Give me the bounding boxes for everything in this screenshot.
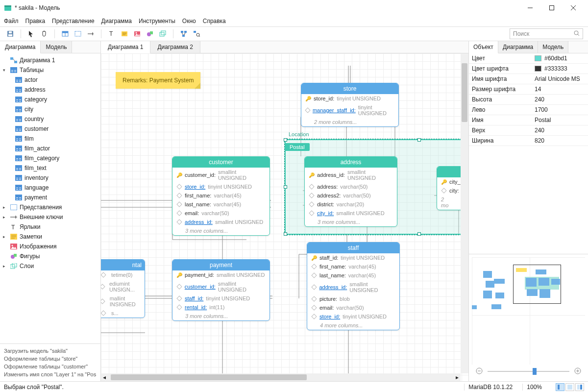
tree-table-item[interactable]: film_actor (0, 144, 100, 153)
tree-table-item[interactable]: film (0, 134, 100, 144)
table-column[interactable]: last_name: varchar(45) (172, 200, 270, 209)
more-columns[interactable]: 4 more columns... (307, 321, 399, 330)
property-row[interactable]: Цвет#60dbd1 (469, 53, 588, 64)
more-columns[interactable]: 3 more columns... (172, 312, 270, 320)
table-column[interactable]: email: varchar(50) (307, 303, 399, 312)
canvas-tab-2[interactable]: Диаграмма 2 (150, 41, 200, 53)
property-value[interactable]: 1700 (532, 105, 588, 115)
table-column[interactable]: 🔑customer_id: smallint UNSIGNED (172, 168, 270, 182)
property-value[interactable]: Arial Unicode MS (532, 74, 588, 84)
diagram-canvas[interactable]: Remarks: Payment System Location Postal (101, 53, 468, 381)
table-column[interactable]: s... (101, 309, 145, 318)
zoom-slider[interactable] (488, 371, 569, 372)
table-column[interactable]: district: varchar(20) (305, 200, 397, 209)
hand-tool[interactable] (39, 28, 49, 39)
table-column[interactable]: email: varchar(50) (172, 209, 270, 218)
shape-tool[interactable] (145, 28, 155, 39)
property-value[interactable]: Postal (532, 115, 588, 125)
view-mode-1[interactable] (556, 383, 564, 391)
tree-table-item[interactable]: category (0, 95, 100, 104)
table-column[interactable]: 🔑payment_id: smallint UNSIGNED (172, 270, 270, 279)
tree-layers[interactable]: ▸Слои (0, 261, 100, 271)
tree-diagram-root[interactable]: ▸ Диаграмма 1 (0, 55, 100, 65)
more-columns[interactable]: 3 more columns... (305, 218, 397, 226)
table-customer[interactable]: customer 🔑customer_id: smallint UNSIGNED… (172, 156, 270, 236)
zoom-out-button[interactable] (476, 368, 483, 376)
tree-table-item[interactable]: actor (0, 75, 100, 85)
property-value[interactable]: 820 (532, 136, 588, 146)
table-rental[interactable]: ntal tetime(0) ediumint UNSIGN... mallin… (101, 259, 145, 318)
menu-view[interactable]: Представление (52, 18, 95, 24)
menu-file[interactable]: Файл (4, 18, 19, 24)
diagram-note[interactable]: Remarks: Payment System (116, 72, 200, 89)
relation-tool[interactable] (85, 28, 96, 39)
table-column[interactable]: address_id: smallint UNSIGNED (172, 218, 270, 226)
pointer-tool[interactable] (26, 28, 37, 39)
table-tool[interactable] (60, 28, 71, 39)
history-item[interactable]: Изменить имя слоя "Layer 1" на "Pos (4, 370, 97, 378)
left-tab-diagram[interactable]: Диаграмма (0, 41, 41, 53)
tree-table-item[interactable]: address (0, 85, 100, 95)
menu-edit[interactable]: Правка (25, 18, 46, 24)
tree-images[interactable]: ▸Изображения (0, 242, 100, 251)
menu-diagram[interactable]: Диаграмма (101, 18, 132, 24)
tree-table-item[interactable]: customer (0, 124, 100, 134)
horizontal-scrollbar[interactable]: ◂▸ (101, 373, 461, 381)
table-column[interactable]: city_id: smallint UNSIGNED (305, 209, 397, 218)
right-tab-diagram[interactable]: Диаграмма (498, 41, 538, 53)
history-item[interactable]: Оформление таблицы "customer" (4, 363, 97, 370)
table-column[interactable]: address: varchar(50) (305, 182, 397, 191)
tree-table-item[interactable]: country (0, 114, 100, 124)
property-row[interactable]: Размер шрифта14 (469, 84, 588, 95)
table-column[interactable]: store_id: tinyint UNSIGNED (307, 312, 399, 321)
text-tool[interactable]: T (106, 28, 117, 39)
table-column[interactable]: first_name: varchar(45) (307, 262, 399, 271)
auto-layout-button[interactable] (178, 28, 189, 39)
search-input[interactable]: Поиск (510, 28, 583, 39)
more-columns[interactable]: 3 more columns... (172, 226, 270, 235)
table-column[interactable]: 🔑store_id: tinyint UNSIGNED (301, 94, 398, 103)
table-column[interactable]: store_id: tinyint UNSIGNED (172, 182, 270, 191)
table-column[interactable]: 🔑city_i (437, 177, 463, 186)
more-columns[interactable]: 2 mo (437, 195, 463, 210)
property-row[interactable]: Цвет шрифта#333333 (469, 64, 588, 74)
table-column[interactable]: address2: varchar(50) (305, 191, 397, 200)
canvas-tab-1[interactable]: Диаграмма 1 (101, 41, 150, 53)
table-column[interactable]: mallint INSIGNED (101, 294, 145, 309)
property-row[interactable]: Лево1700 (469, 105, 588, 115)
search-diagram-button[interactable] (191, 28, 202, 39)
more-columns[interactable]: 2 more columns... (301, 118, 398, 126)
left-tab-model[interactable]: Модель (41, 41, 72, 53)
save-button[interactable] (5, 28, 16, 39)
table-city[interactable]: 🔑city_icity: 2 mo (437, 166, 464, 210)
table-column[interactable]: rental_id: int(11) (172, 303, 270, 312)
tree-fkeys[interactable]: ▸Внешние ключи (0, 212, 100, 222)
tree-views[interactable]: ▸Представления (0, 202, 100, 212)
table-payment[interactable]: payment 🔑payment_id: smallint UNSIGNEDcu… (172, 259, 270, 321)
property-row[interactable]: Ширина820 (469, 136, 588, 146)
history-item[interactable]: Загрузить модель "sakila" (4, 347, 97, 355)
table-column[interactable]: 🔑address_id: smallint UNSIGNED (305, 168, 397, 182)
overview-canvas[interactable] (472, 257, 585, 365)
tree-shapes[interactable]: ▸Фигуры (0, 251, 100, 261)
property-value[interactable]: #60dbd1 (532, 53, 588, 63)
layer-tool[interactable] (157, 28, 168, 39)
menu-window[interactable]: Окно (182, 18, 196, 24)
property-value[interactable]: 14 (532, 84, 588, 94)
tree-table-item[interactable]: film_text (0, 163, 100, 173)
property-row[interactable]: Высота240 (469, 95, 588, 105)
table-address[interactable]: address 🔑address_id: smallint UNSIGNEDad… (304, 156, 397, 227)
note-tool[interactable] (119, 28, 130, 39)
table-column[interactable]: last_name: varchar(45) (307, 271, 399, 280)
table-column[interactable]: staff_id: tinyint UNSIGNED (172, 294, 270, 303)
tree-table-item[interactable]: language (0, 183, 100, 193)
property-value[interactable]: 240 (532, 125, 588, 135)
table-column[interactable]: first_name: varchar(45) (172, 191, 270, 200)
menu-tools[interactable]: Инструменты (139, 18, 175, 24)
table-column[interactable]: address_id: smallint UNSIGNED (307, 280, 399, 294)
right-tab-object[interactable]: Объект (469, 41, 498, 53)
tree-notes[interactable]: ▸Заметки (0, 232, 100, 242)
table-column[interactable]: tetime(0) (101, 270, 145, 279)
table-column[interactable]: city: (437, 186, 463, 195)
table-column[interactable]: ediumint UNSIGN... (101, 279, 145, 294)
